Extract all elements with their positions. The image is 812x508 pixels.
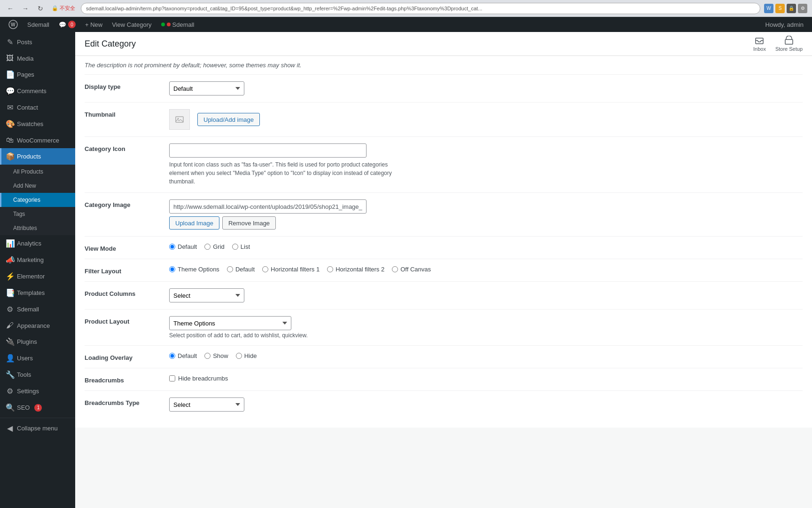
forward-button[interactable]: → [20, 3, 31, 14]
howdy-button[interactable]: Howdy, admin [761, 17, 808, 32]
category-icon-input[interactable] [169, 143, 367, 158]
product-layout-select[interactable]: Theme Options Default Layout 1 Layout 2 [169, 316, 291, 330]
sidebar-submenu-attributes[interactable]: Attributes [0, 221, 75, 235]
collapse-menu-button[interactable]: ◀ Collapse menu [0, 420, 75, 437]
filter-layout-default-radio[interactable] [227, 266, 233, 272]
product-columns-select[interactable]: Select 1 2 3 4 5 6 [169, 288, 244, 302]
loading-overlay-show-label[interactable]: Show [204, 352, 228, 359]
display-type-select[interactable]: Default Products Subcategories Both [169, 81, 244, 95]
filter-layout-off-canvas-radio[interactable] [392, 266, 398, 272]
main-content: Edit Category Inbox Store Setup [75, 32, 812, 508]
inbox-button[interactable]: Inbox [753, 36, 766, 52]
extension-icon-4[interactable]: ⚙ [798, 4, 807, 13]
loading-overlay-default-label[interactable]: Default [169, 352, 197, 359]
sidebar-item-swatches[interactable]: 🎨 Swatches [0, 116, 75, 132]
back-button[interactable]: ← [5, 3, 16, 14]
thumbnail-container: Upload/Add image [169, 109, 803, 130]
loading-overlay-hide-radio[interactable] [236, 353, 242, 359]
filter-layout-horizontal2-radio[interactable] [327, 266, 333, 272]
view-category-label: View Category [112, 21, 151, 28]
sidebar-submenu-tags[interactable]: Tags [0, 207, 75, 221]
marketing-icon: 📣 [6, 255, 14, 264]
sidebar-item-media[interactable]: 🖼 Media [0, 50, 75, 66]
store-setup-button[interactable]: Store Setup [775, 36, 803, 52]
filter-layout-off-canvas-text: Off Canvas [400, 266, 431, 273]
filter-layout-off-canvas-label[interactable]: Off Canvas [392, 266, 431, 273]
new-button[interactable]: + New [80, 17, 107, 32]
store-icon [784, 36, 794, 45]
filter-layout-horizontal1-label[interactable]: Horizontal filters 1 [262, 266, 320, 273]
categories-label: Categories [13, 197, 40, 203]
breadcrumbs-type-select[interactable]: Select Default Type 1 Type 2 [169, 397, 244, 412]
sidebar-item-marketing[interactable]: 📣 Marketing [0, 252, 75, 268]
sidebar-item-seo[interactable]: 🔍 SEO 1 [0, 399, 75, 416]
refresh-button[interactable]: ↻ [35, 3, 46, 14]
sidebar-submenu-add-new[interactable]: Add New [0, 179, 75, 193]
category-image-field: Upload Image Remove Image [169, 199, 803, 230]
sidebar-item-elementor[interactable]: ⚡ Elementor [0, 268, 75, 285]
loading-overlay-show-radio[interactable] [204, 353, 211, 359]
hide-breadcrumbs-label[interactable]: Hide breadcrumbs [169, 375, 803, 382]
sidebar-item-sdemall[interactable]: ⚙ Sdemall [0, 301, 75, 318]
sidebar-submenu-categories[interactable]: Categories [0, 193, 75, 207]
view-mode-default-label[interactable]: Default [169, 243, 197, 250]
loading-overlay-label: Loading Overlay [85, 352, 169, 361]
view-mode-row: View Mode Default Grid List [85, 236, 803, 259]
sidebar-item-posts[interactable]: ✎ Posts [0, 34, 75, 50]
category-icon-field: Input font icon class such as "fas fa-us… [169, 143, 803, 186]
sidebar-item-pages[interactable]: 📄 Pages [0, 66, 75, 83]
category-image-url-input[interactable] [169, 199, 367, 214]
extension-icon-1[interactable]: W [764, 4, 773, 13]
sidebar-item-appearance[interactable]: 🖌 Appearance [0, 318, 75, 333]
sidebar-item-products[interactable]: 📦 Products [0, 148, 75, 165]
filter-layout-default-label[interactable]: Default [227, 266, 255, 273]
sidebar-item-settings[interactable]: ⚙ Settings [0, 383, 75, 399]
loading-overlay-default-radio[interactable] [169, 353, 175, 359]
upload-image-button[interactable]: Upload Image [169, 216, 219, 230]
filter-layout-theme-options-radio[interactable] [169, 266, 175, 272]
filter-layout-default-text: Default [235, 266, 255, 273]
sidebar-item-tools[interactable]: 🔧 Tools [0, 366, 75, 383]
view-mode-default-radio[interactable] [169, 244, 175, 250]
sidebar-item-comments[interactable]: 💬 Comments [0, 83, 75, 99]
sidebar-submenu-all-products[interactable]: All Products [0, 165, 75, 179]
wp-logo-button[interactable]: W [4, 17, 23, 32]
sidebar-item-analytics[interactable]: 📊 Analytics [0, 235, 75, 252]
view-mode-grid-label[interactable]: Grid [204, 243, 225, 250]
collapse-menu-label: Collapse menu [17, 425, 58, 432]
attributes-label: Attributes [13, 225, 37, 231]
remove-image-button[interactable]: Remove Image [222, 216, 276, 230]
upload-add-image-button[interactable]: Upload/Add image [197, 113, 260, 126]
store-setup-label: Store Setup [775, 46, 803, 52]
form-description: The description is not prominent by defa… [85, 56, 803, 74]
sidebar-item-contact[interactable]: ✉ Contact [0, 99, 75, 116]
update-button[interactable]: Sdemall [156, 17, 199, 32]
filter-layout-radio-group: Theme Options Default Horizontal filters… [169, 266, 803, 273]
media-icon: 🖼 [6, 54, 14, 63]
view-mode-list-label[interactable]: List [232, 243, 250, 250]
view-mode-grid-radio[interactable] [204, 244, 211, 250]
extension-icon-2[interactable]: S [775, 4, 785, 13]
sidebar-item-plugins[interactable]: 🔌 Plugins [0, 333, 75, 350]
sidebar-item-woocommerce-label: WooCommerce [17, 137, 59, 144]
display-type-row: Display type Default Products Subcategor… [85, 74, 803, 102]
filter-layout-horizontal1-radio[interactable] [262, 266, 268, 272]
sidebar-item-users[interactable]: 👤 Users [0, 350, 75, 366]
filter-layout-horizontal2-label[interactable]: Horizontal filters 2 [327, 266, 384, 273]
pages-icon: 📄 [6, 70, 14, 79]
filter-layout-row: Filter Layout Theme Options Default [85, 259, 803, 281]
view-mode-list-radio[interactable] [232, 244, 238, 250]
site-name-button[interactable]: Sdemall [23, 17, 54, 32]
loading-overlay-hide-label[interactable]: Hide [236, 352, 257, 359]
wp-admin-bar: W Sdemall 💬 0 + New View Category Sdemal… [0, 17, 812, 32]
filter-layout-theme-options-label[interactable]: Theme Options [169, 266, 219, 273]
product-layout-field: Theme Options Default Layout 1 Layout 2 … [169, 316, 803, 339]
view-category-button[interactable]: View Category [107, 17, 156, 32]
filter-layout-horizontal1-text: Horizontal filters 1 [271, 266, 320, 273]
sidebar-item-templates[interactable]: 📑 Templates [0, 285, 75, 301]
hide-breadcrumbs-checkbox[interactable] [169, 375, 175, 381]
sidebar-item-woocommerce[interactable]: 🛍 WooCommerce [0, 132, 75, 148]
url-bar[interactable] [81, 3, 760, 14]
extension-icon-3[interactable]: 🔒 [787, 4, 796, 13]
comments-button[interactable]: 💬 0 [54, 17, 80, 32]
